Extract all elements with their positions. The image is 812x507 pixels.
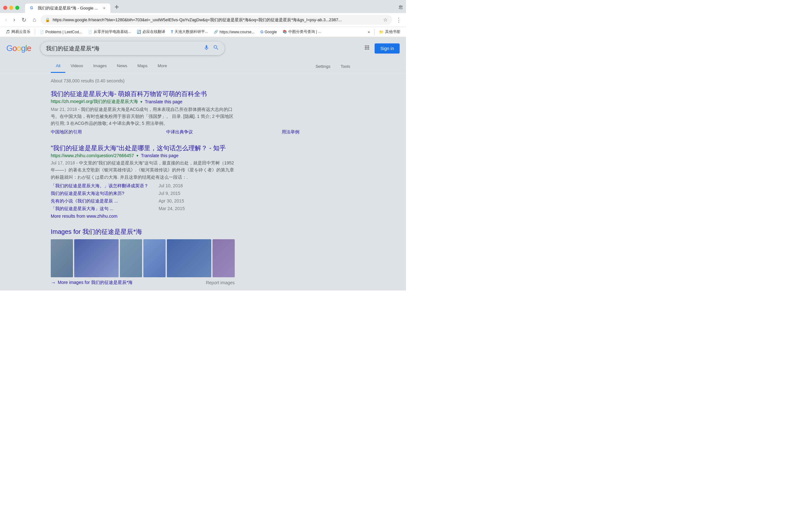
- result-2-desc-text: - 中文里的"我们的征途是星辰大海"这句话，最直接的出处，就是田中芳树（1952…: [51, 160, 234, 179]
- bookmark-item-translate[interactable]: 🔄 必应在线翻译: [134, 28, 168, 36]
- tab-all[interactable]: All: [51, 60, 65, 73]
- tab-maps[interactable]: Maps: [132, 60, 153, 73]
- bookmark-item-leetcode[interactable]: 📄 Problems | LeetCod...: [37, 29, 85, 35]
- zhihu-sub-link-4[interactable]: 「我的征途是星辰大海」这句 ...: [51, 206, 152, 212]
- tab-videos[interactable]: Videos: [65, 60, 88, 73]
- refresh-button[interactable]: ↻: [20, 15, 28, 25]
- bookmark-star-button[interactable]: ☆: [383, 17, 388, 23]
- tab-news[interactable]: News: [112, 60, 133, 73]
- images-section: Images for 我们的征途是星辰*海 → More images for …: [51, 228, 235, 285]
- more-images-link[interactable]: → More images for 我们的征途是星辰*海: [51, 280, 133, 285]
- result-2-translate-link[interactable]: Translate this page: [141, 153, 179, 158]
- result-1-sub-links: 中国地区的引用 · 中译出典争议 · 用法举例: [51, 129, 235, 135]
- bookmark-item-course[interactable]: 🔗 https://www.course...: [211, 29, 257, 35]
- image-result-2[interactable]: [74, 239, 119, 277]
- result-1-title[interactable]: 我们的征途是星辰大海- 萌娘百科万物皆可萌的百科全书: [51, 90, 235, 98]
- address-text: https://www.google.fr/search?biw=1280&bi…: [53, 17, 380, 23]
- settings-link[interactable]: Settings: [310, 60, 336, 72]
- translate-icon: 🔄: [137, 30, 141, 34]
- tab-title: 我们的征途是星辰*海 - Google ...: [38, 5, 98, 11]
- result-1-dropdown-arrow[interactable]: ▼: [140, 100, 143, 104]
- bookmark-item-tianchi[interactable]: T 天池大数据科研平...: [168, 28, 211, 36]
- active-tab[interactable]: G 我们的征途是星辰*海 - Google ... ×: [25, 3, 110, 13]
- zhihu-sub-link-1[interactable]: 「我们的征途是星辰大海。」该怎样翻译成英语？: [51, 183, 152, 189]
- maximize-traffic-light[interactable]: [15, 6, 19, 10]
- search-submit-icon[interactable]: [213, 44, 219, 52]
- image-result-3[interactable]: [120, 239, 142, 277]
- result-1-url-row: https://zh.moegirl.org/我们的征途是星辰大海 ▼ Tran…: [51, 99, 235, 105]
- google-bookmark-icon: G: [260, 30, 263, 34]
- svg-rect-1: [115, 7, 119, 7]
- tab-bar: G 我们的征途是星辰*海 - Google ... ×: [25, 3, 396, 13]
- search-box[interactable]: [41, 42, 224, 55]
- zhihu-sub-date-2: Jul 9, 2015: [159, 191, 181, 196]
- browser-frame: G 我们的征途是星辰*海 - Google ... × 您 ‹ › ↻ ⌂ 🔒 …: [0, 0, 406, 291]
- bookmark-folder-other[interactable]: 📁 其他书签: [376, 28, 403, 36]
- library-icon: 📚: [283, 30, 287, 34]
- result-2-url: https://www.zhihu.com/question/27666457: [51, 153, 134, 158]
- address-bar[interactable]: 🔒 https://www.google.fr/search?biw=1280&…: [41, 15, 392, 25]
- sub-link-separator: ·: [159, 129, 160, 135]
- leetcode-icon: 📄: [40, 30, 44, 34]
- bookmark-item-circuit[interactable]: 📄 从零开始学电路基础...: [85, 28, 134, 36]
- forward-button[interactable]: ›: [11, 15, 17, 24]
- sub-link-row-3: 先有的小说《我们的征途是星辰 ... Apr 30, 2015: [51, 199, 235, 204]
- result-1-translate-link[interactable]: Translate this page: [145, 99, 183, 104]
- bookmark-label: Problems | LeetCod...: [45, 30, 82, 34]
- images-section-header[interactable]: Images for 我们的征途是星辰*海: [51, 228, 235, 236]
- sub-link-3[interactable]: 用法举例: [282, 129, 383, 135]
- sub-link-1[interactable]: 中国地区的引用: [51, 129, 152, 135]
- result-2-description: Jul 17, 2018 - 中文里的"我们的征途是星辰大海"这句话，最直接的出…: [51, 159, 235, 180]
- lock-icon: 🔒: [45, 17, 50, 22]
- tools-link[interactable]: Tools: [336, 60, 355, 72]
- new-tab-button[interactable]: [110, 3, 123, 13]
- netease-icon: 🎵: [6, 30, 10, 34]
- arrow-right-icon: →: [51, 280, 56, 285]
- zhihu-sub-date-3: Apr 30, 2015: [159, 199, 184, 204]
- image-result-6[interactable]: [212, 239, 235, 277]
- zhihu-sub-link-2[interactable]: 我们的征途是星辰大海这句话的来历?: [51, 191, 152, 196]
- tab-images[interactable]: Images: [88, 60, 112, 73]
- result-2-dropdown-arrow[interactable]: ▼: [136, 154, 139, 158]
- result-2-title[interactable]: "我们的征途是星辰大海"出处是哪里，这句话怎么理解？ - 知乎: [51, 144, 235, 152]
- bookmark-label: https://www.course...: [219, 30, 255, 34]
- zhihu-sub-link-3[interactable]: 先有的小说《我们的征途是星辰 ...: [51, 199, 152, 204]
- tab-more[interactable]: More: [153, 60, 172, 73]
- sub-link-row-2: 我们的征途是星辰大海这句话的来历? Jul 9, 2015: [51, 191, 235, 196]
- zhihu-sub-date-1: Jul 10, 2018: [159, 183, 183, 188]
- bookmark-item-google[interactable]: G Google: [258, 29, 280, 35]
- sign-in-button[interactable]: Sign in: [374, 43, 400, 54]
- result-item: 我们的征途是星辰大海- 萌娘百科万物皆可萌的百科全书 https://zh.mo…: [51, 90, 235, 135]
- close-traffic-light[interactable]: [3, 6, 7, 10]
- apps-grid-icon[interactable]: [364, 44, 370, 52]
- minimize-traffic-light[interactable]: [9, 6, 13, 10]
- more-images-row: → More images for 我们的征途是星辰*海 Report imag…: [51, 280, 235, 285]
- search-input[interactable]: [46, 45, 200, 52]
- browser-menu-button[interactable]: ⋮: [395, 15, 403, 25]
- bookmark-separator: [35, 29, 35, 35]
- bookmark-item-library[interactable]: 📚 中图分类号查询 | ...: [280, 28, 324, 36]
- bookmark-label: 从零开始学电路基础...: [94, 29, 131, 35]
- result-1-description: Mar 21, 2018 - 我们的征途是星辰大海是ACG成句，用来表现自己所在…: [51, 106, 235, 127]
- bookmark-separator-2: [374, 29, 374, 35]
- sub-link-2[interactable]: 中译出典争议: [166, 129, 268, 135]
- back-button[interactable]: ‹: [3, 15, 9, 24]
- bookmarks-more-button[interactable]: »: [365, 29, 372, 35]
- bookmark-label: 天池大数据科研平...: [174, 29, 208, 35]
- image-result-1[interactable]: [51, 239, 73, 277]
- microphone-icon[interactable]: [203, 44, 210, 52]
- result-1-date: Mar 21, 2018: [51, 107, 77, 112]
- traffic-lights: [3, 6, 19, 10]
- image-result-5[interactable]: [167, 239, 211, 277]
- image-result-4[interactable]: [143, 239, 165, 277]
- logo-letter-o2: o: [17, 43, 21, 53]
- bookmark-item-netease[interactable]: 🎵 网易云音乐: [3, 28, 33, 36]
- search-header: Google: [0, 37, 406, 60]
- search-nav: All Videos Images News Maps More Setting…: [0, 60, 406, 73]
- home-button[interactable]: ⌂: [31, 15, 38, 24]
- more-results-from-zhihu[interactable]: More results from www.zhihu.com: [51, 214, 235, 219]
- result-1-desc-text: - 我们的征途是星辰大海是ACG成句，用来表现自己所在群体拥有远大志向的口号。在…: [51, 107, 234, 126]
- tab-close-button[interactable]: ×: [103, 6, 105, 10]
- logo-letter-e: e: [27, 43, 31, 53]
- report-images-link[interactable]: Report images: [206, 280, 235, 285]
